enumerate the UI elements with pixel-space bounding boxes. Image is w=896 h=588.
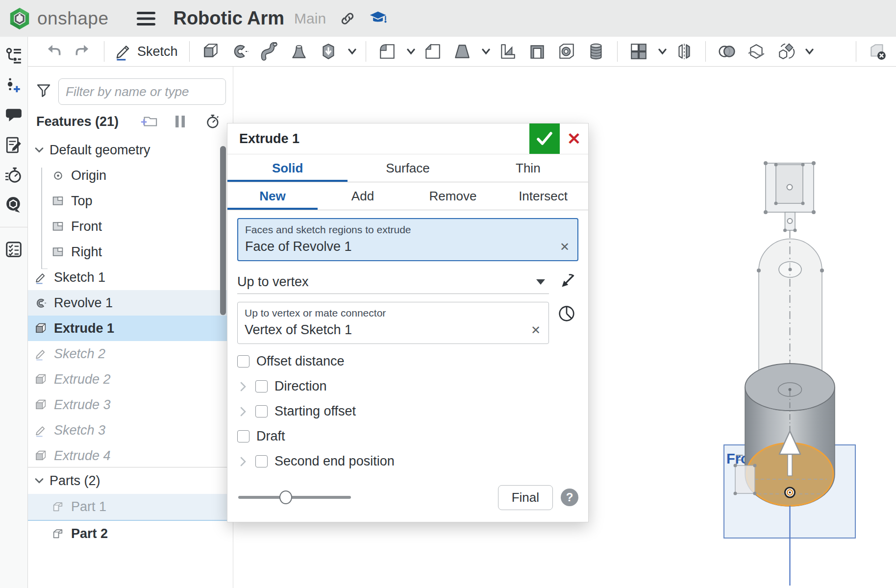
option-direction-checkbox[interactable] — [255, 380, 268, 392]
feature-tree-scrollbar[interactable] — [220, 146, 226, 315]
linear-pattern-button[interactable] — [627, 39, 650, 64]
body-type-tab-surface[interactable]: Surface — [348, 154, 468, 182]
mirror-button[interactable] — [672, 39, 696, 64]
dialog-title-bar: Extrude 1 ✕ — [227, 123, 588, 154]
boolean-tab-intersect[interactable]: Intersect — [498, 182, 588, 210]
transform-button[interactable] — [774, 39, 797, 64]
undo-button[interactable] — [42, 39, 65, 64]
undo-icon — [44, 42, 63, 61]
sketch-button[interactable]: Sketch — [114, 39, 180, 64]
chevron-down-icon[interactable] — [33, 144, 46, 156]
document-menu-icon[interactable] — [136, 10, 156, 27]
clear-selection-icon[interactable]: ✕ — [560, 240, 571, 254]
revolve-button[interactable] — [228, 39, 252, 64]
faces-field-label: Faces and sketch regions to extrude — [245, 224, 571, 236]
tree-item-origin[interactable]: Origin — [28, 163, 233, 188]
option-direction-label: Direction — [274, 379, 327, 394]
suspend-rollback-icon[interactable] — [172, 114, 189, 129]
sweep-button[interactable] — [258, 39, 281, 64]
chevron-right-icon[interactable] — [237, 381, 255, 392]
delete-part-button[interactable] — [866, 39, 889, 64]
slider-handle[interactable] — [279, 490, 292, 504]
parts-header[interactable]: Parts (2) — [28, 467, 233, 494]
split-button[interactable] — [745, 39, 768, 64]
part-item-part-2[interactable]: Part 2 — [28, 521, 233, 547]
cancel-button[interactable]: ✕ — [560, 123, 588, 154]
thicken-button[interactable] — [317, 39, 340, 64]
loft-button[interactable] — [287, 39, 311, 64]
rollback-slider[interactable] — [238, 496, 351, 499]
chevron-down-icon[interactable] — [482, 49, 490, 55]
extrude-button[interactable] — [199, 39, 223, 64]
shell-button[interactable] — [525, 39, 549, 64]
clear-selection-icon[interactable]: ✕ — [531, 323, 542, 337]
option-starting-offset-checkbox[interactable] — [255, 405, 268, 417]
redo-button[interactable] — [71, 39, 95, 64]
tree-item-extrude-2[interactable]: Extrude 2 — [28, 367, 233, 392]
checklist-icon[interactable] — [5, 241, 23, 258]
revolve-icon — [231, 42, 249, 61]
fillet-button[interactable] — [375, 39, 399, 64]
boolean-tab-add[interactable]: Add — [318, 182, 408, 210]
tree-item-default-geometry[interactable]: Default geometry — [28, 137, 233, 163]
faces-selection-field[interactable]: Faces and sketch regions to extrude Face… — [237, 218, 578, 261]
chamfer-button[interactable] — [421, 39, 445, 64]
regeneration-time-icon[interactable] — [203, 114, 221, 129]
help-icon[interactable]: ? — [561, 489, 578, 506]
share-link-icon[interactable] — [340, 11, 355, 26]
tree-item-revolve-1[interactable]: Revolve 1 — [28, 290, 233, 316]
chevron-down-icon[interactable] — [33, 474, 46, 487]
tree-item-sketch-3[interactable]: Sketch 3 — [28, 417, 233, 443]
tree-item-top[interactable]: Top — [28, 188, 233, 214]
end-condition-select[interactable]: Up to vertex — [237, 270, 549, 294]
part-item-part-1[interactable]: Part 1 — [28, 494, 233, 521]
final-button[interactable]: Final — [498, 485, 553, 510]
chevron-down-icon[interactable] — [805, 49, 814, 55]
fillet-icon — [378, 42, 397, 61]
comment-icon[interactable] — [5, 106, 23, 124]
chevron-down-icon[interactable] — [348, 49, 356, 55]
thread-button[interactable] — [584, 39, 608, 64]
chevron-right-icon[interactable] — [237, 406, 255, 417]
tree-item-extrude-4[interactable]: Extrude 4 — [28, 443, 233, 468]
onshape-help-icon[interactable] — [5, 196, 23, 214]
tree-item-front[interactable]: Front — [28, 214, 233, 239]
option-draft-checkbox[interactable] — [237, 430, 249, 442]
tree-item-sketch-2[interactable]: Sketch 2 — [28, 341, 233, 367]
chevron-down-icon[interactable] — [407, 49, 415, 55]
feature-tree-icon[interactable] — [5, 47, 23, 64]
body-type-tab-solid[interactable]: Solid — [227, 154, 348, 182]
boolean-button[interactable] — [715, 39, 739, 64]
rib-button[interactable] — [496, 39, 520, 64]
boolean-tab-remove[interactable]: Remove — [408, 182, 498, 210]
boolean-tab-new[interactable]: New — [227, 182, 318, 210]
workspace-name[interactable]: Main — [294, 10, 326, 27]
filter-funnel-icon[interactable] — [36, 83, 51, 100]
history-icon[interactable] — [5, 166, 23, 184]
learning-center-icon[interactable] — [369, 10, 388, 27]
body-type-tab-thin[interactable]: Thin — [468, 154, 588, 182]
chevron-down-icon[interactable] — [658, 49, 667, 55]
sketch-vertex-point[interactable] — [785, 488, 795, 497]
option-offset-distance-checkbox[interactable] — [237, 355, 249, 368]
tree-item-sketch-1[interactable]: Sketch 1 — [28, 265, 233, 290]
notes-icon[interactable] — [5, 136, 23, 154]
filter-input[interactable] — [58, 78, 226, 105]
mate-connector-icon[interactable] — [555, 302, 578, 325]
insert-icon[interactable] — [5, 76, 23, 94]
onshape-logo-icon[interactable] — [8, 7, 31, 30]
tree-item-right[interactable]: Right — [28, 239, 233, 265]
hole-button[interactable] — [555, 39, 578, 64]
model-viewport[interactable]: Front Front — [608, 66, 896, 588]
confirm-button[interactable] — [529, 123, 560, 154]
add-folder-icon[interactable] — [140, 114, 158, 129]
chevron-right-icon[interactable] — [237, 456, 255, 467]
option-second-end-position-checkbox[interactable] — [255, 455, 268, 467]
tree-item-extrude-3[interactable]: Extrude 3 — [28, 392, 233, 417]
tree-item-extrude-1[interactable]: Extrude 1 — [28, 316, 233, 341]
flip-direction-icon[interactable] — [555, 270, 578, 294]
sketch-icon — [34, 424, 48, 437]
left-activity-bar — [0, 37, 28, 588]
vertex-selection-field[interactable]: Up to vertex or mate connector Vertex of… — [237, 302, 549, 344]
draft-button[interactable] — [450, 39, 474, 64]
